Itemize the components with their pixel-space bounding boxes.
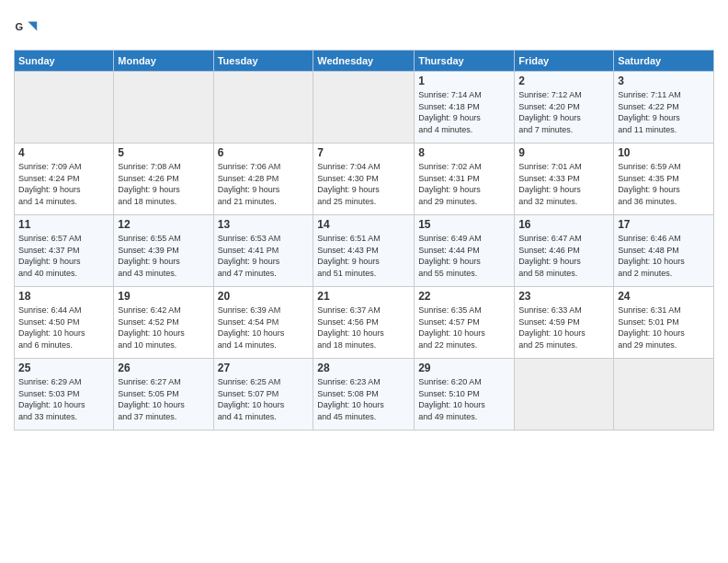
calendar-cell: 12Sunrise: 6:55 AM Sunset: 4:39 PM Dayli…	[114, 215, 213, 287]
calendar-cell: 26Sunrise: 6:27 AM Sunset: 5:05 PM Dayli…	[114, 359, 213, 431]
day-number: 4	[18, 146, 109, 159]
header-cell-thursday: Thursday	[415, 51, 515, 72]
day-info: Sunrise: 7:01 AM Sunset: 4:33 PM Dayligh…	[518, 161, 609, 207]
day-number: 1	[418, 75, 510, 87]
day-info: Sunrise: 6:51 AM Sunset: 4:43 PM Dayligh…	[317, 233, 410, 279]
calendar-cell: 1Sunrise: 7:14 AM Sunset: 4:18 PM Daylig…	[415, 72, 515, 144]
day-info: Sunrise: 6:57 AM Sunset: 4:37 PM Dayligh…	[18, 233, 109, 279]
header-row: SundayMondayTuesdayWednesdayThursdayFrid…	[15, 51, 714, 72]
day-info: Sunrise: 6:35 AM Sunset: 4:57 PM Dayligh…	[418, 304, 510, 350]
header-cell-sunday: Sunday	[15, 51, 114, 72]
calendar-cell: 28Sunrise: 6:23 AM Sunset: 5:08 PM Dayli…	[313, 359, 415, 431]
calendar-week-2: 4Sunrise: 7:09 AM Sunset: 4:24 PM Daylig…	[15, 144, 714, 215]
calendar-cell: 15Sunrise: 6:49 AM Sunset: 4:44 PM Dayli…	[415, 215, 515, 287]
calendar-cell	[114, 72, 213, 144]
day-number: 17	[618, 218, 710, 231]
header-cell-monday: Monday	[114, 51, 213, 72]
day-number: 13	[218, 218, 310, 231]
calendar-cell: 22Sunrise: 6:35 AM Sunset: 4:57 PM Dayli…	[415, 287, 515, 359]
calendar-cell: 17Sunrise: 6:46 AM Sunset: 4:48 PM Dayli…	[614, 215, 714, 287]
header-cell-wednesday: Wednesday	[313, 51, 415, 72]
calendar-cell: 20Sunrise: 6:39 AM Sunset: 4:54 PM Dayli…	[213, 287, 313, 359]
day-info: Sunrise: 6:39 AM Sunset: 4:54 PM Dayligh…	[218, 304, 310, 350]
day-info: Sunrise: 6:42 AM Sunset: 4:52 PM Dayligh…	[118, 304, 209, 350]
day-info: Sunrise: 6:29 AM Sunset: 5:03 PM Dayligh…	[18, 376, 109, 422]
day-number: 24	[618, 290, 710, 303]
day-number: 15	[418, 218, 510, 231]
calendar-cell: 4Sunrise: 7:09 AM Sunset: 4:24 PM Daylig…	[15, 144, 114, 215]
header-cell-saturday: Saturday	[614, 51, 714, 72]
day-info: Sunrise: 7:14 AM Sunset: 4:18 PM Dayligh…	[418, 89, 510, 135]
day-info: Sunrise: 7:12 AM Sunset: 4:20 PM Dayligh…	[518, 89, 609, 135]
day-number: 23	[518, 290, 609, 303]
calendar-cell: 13Sunrise: 6:53 AM Sunset: 4:41 PM Dayli…	[213, 215, 313, 287]
calendar-cell: 25Sunrise: 6:29 AM Sunset: 5:03 PM Dayli…	[15, 359, 114, 431]
day-number: 14	[317, 218, 410, 231]
day-info: Sunrise: 6:33 AM Sunset: 4:59 PM Dayligh…	[518, 304, 609, 350]
day-number: 3	[618, 75, 710, 87]
day-number: 27	[218, 362, 310, 374]
calendar-cell: 10Sunrise: 6:59 AM Sunset: 4:35 PM Dayli…	[614, 144, 714, 215]
calendar-cell: 18Sunrise: 6:44 AM Sunset: 4:50 PM Dayli…	[15, 287, 114, 359]
day-info: Sunrise: 6:47 AM Sunset: 4:46 PM Dayligh…	[518, 233, 609, 279]
day-info: Sunrise: 7:04 AM Sunset: 4:30 PM Dayligh…	[317, 161, 410, 207]
day-info: Sunrise: 6:46 AM Sunset: 4:48 PM Dayligh…	[618, 233, 710, 279]
day-number: 5	[118, 146, 209, 159]
svg-text:G: G	[15, 21, 23, 32]
day-info: Sunrise: 7:06 AM Sunset: 4:28 PM Dayligh…	[218, 161, 310, 207]
calendar-cell: 24Sunrise: 6:31 AM Sunset: 5:01 PM Dayli…	[614, 287, 714, 359]
day-info: Sunrise: 7:08 AM Sunset: 4:26 PM Dayligh…	[118, 161, 209, 207]
day-number: 25	[18, 362, 109, 374]
logo: G	[14, 17, 43, 42]
day-number: 26	[118, 362, 209, 374]
day-number: 8	[418, 146, 510, 159]
calendar-cell: 3Sunrise: 7:11 AM Sunset: 4:22 PM Daylig…	[614, 72, 714, 144]
day-number: 9	[518, 146, 609, 159]
calendar-cell: 16Sunrise: 6:47 AM Sunset: 4:46 PM Dayli…	[515, 215, 614, 287]
calendar-cell: 11Sunrise: 6:57 AM Sunset: 4:37 PM Dayli…	[15, 215, 114, 287]
calendar-header: SundayMondayTuesdayWednesdayThursdayFrid…	[15, 51, 714, 72]
day-info: Sunrise: 6:44 AM Sunset: 4:50 PM Dayligh…	[18, 304, 109, 350]
day-number: 28	[317, 362, 410, 374]
day-info: Sunrise: 6:27 AM Sunset: 5:05 PM Dayligh…	[118, 376, 209, 422]
calendar-cell: 7Sunrise: 7:04 AM Sunset: 4:30 PM Daylig…	[313, 144, 415, 215]
day-info: Sunrise: 6:49 AM Sunset: 4:44 PM Dayligh…	[418, 233, 510, 279]
header-cell-tuesday: Tuesday	[213, 51, 313, 72]
day-info: Sunrise: 6:53 AM Sunset: 4:41 PM Dayligh…	[218, 233, 310, 279]
calendar-table: SundayMondayTuesdayWednesdayThursdayFrid…	[14, 50, 714, 431]
calendar-cell: 6Sunrise: 7:06 AM Sunset: 4:28 PM Daylig…	[213, 144, 313, 215]
svg-marker-1	[28, 22, 37, 31]
calendar-cell: 23Sunrise: 6:33 AM Sunset: 4:59 PM Dayli…	[515, 287, 614, 359]
day-number: 12	[118, 218, 209, 231]
calendar-body: 1Sunrise: 7:14 AM Sunset: 4:18 PM Daylig…	[15, 72, 714, 431]
day-info: Sunrise: 7:02 AM Sunset: 4:31 PM Dayligh…	[418, 161, 510, 207]
day-info: Sunrise: 6:23 AM Sunset: 5:08 PM Dayligh…	[317, 376, 410, 422]
day-number: 2	[518, 75, 609, 87]
calendar-cell	[15, 72, 114, 144]
day-info: Sunrise: 6:31 AM Sunset: 5:01 PM Dayligh…	[618, 304, 710, 350]
calendar-week-5: 25Sunrise: 6:29 AM Sunset: 5:03 PM Dayli…	[15, 359, 714, 431]
calendar-cell: 29Sunrise: 6:20 AM Sunset: 5:10 PM Dayli…	[415, 359, 515, 431]
calendar-week-3: 11Sunrise: 6:57 AM Sunset: 4:37 PM Dayli…	[15, 215, 714, 287]
calendar-cell: 14Sunrise: 6:51 AM Sunset: 4:43 PM Dayli…	[313, 215, 415, 287]
day-number: 20	[218, 290, 310, 303]
day-info: Sunrise: 7:11 AM Sunset: 4:22 PM Dayligh…	[618, 89, 710, 135]
day-number: 11	[18, 218, 109, 231]
day-info: Sunrise: 7:09 AM Sunset: 4:24 PM Dayligh…	[18, 161, 109, 207]
calendar-week-4: 18Sunrise: 6:44 AM Sunset: 4:50 PM Dayli…	[15, 287, 714, 359]
day-info: Sunrise: 6:37 AM Sunset: 4:56 PM Dayligh…	[317, 304, 410, 350]
day-number: 16	[518, 218, 609, 231]
calendar-cell: 2Sunrise: 7:12 AM Sunset: 4:20 PM Daylig…	[515, 72, 614, 144]
calendar-cell: 8Sunrise: 7:02 AM Sunset: 4:31 PM Daylig…	[415, 144, 515, 215]
day-info: Sunrise: 6:59 AM Sunset: 4:35 PM Dayligh…	[618, 161, 710, 207]
day-info: Sunrise: 6:25 AM Sunset: 5:07 PM Dayligh…	[218, 376, 310, 422]
day-number: 19	[118, 290, 209, 303]
day-number: 29	[418, 362, 510, 374]
calendar-cell	[213, 72, 313, 144]
calendar-cell: 19Sunrise: 6:42 AM Sunset: 4:52 PM Dayli…	[114, 287, 213, 359]
day-info: Sunrise: 6:55 AM Sunset: 4:39 PM Dayligh…	[118, 233, 209, 279]
calendar-cell	[313, 72, 415, 144]
day-number: 6	[218, 146, 310, 159]
calendar-cell: 27Sunrise: 6:25 AM Sunset: 5:07 PM Dayli…	[213, 359, 313, 431]
logo-icon: G	[14, 17, 40, 42]
